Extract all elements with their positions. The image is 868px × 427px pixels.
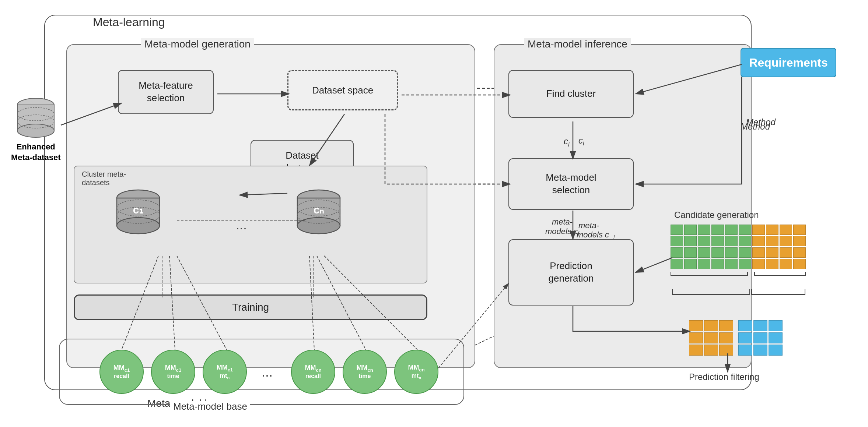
c1-cylinder-icon: c₁	[114, 188, 162, 239]
cn-cylinder-icon: cₙ	[295, 188, 343, 239]
meta-model-base-bottom-label: Meta-model base	[170, 401, 250, 412]
svg-point-49	[297, 218, 340, 234]
enhanced-meta-dataset: EnhancedMeta-dataset	[11, 96, 60, 163]
method-label: Method	[741, 121, 770, 132]
database-icon	[15, 96, 56, 140]
training-box: Training	[74, 294, 427, 320]
meta-models-ci-label: meta-models ci	[545, 217, 579, 238]
svg-point-43	[117, 218, 160, 234]
c1-cylinder: c₁	[114, 188, 162, 241]
meta-model-base-box: Meta-model base	[59, 339, 464, 405]
dataset-space-box: Dataset space	[287, 70, 398, 110]
cylinder-dots: ...	[236, 217, 247, 233]
cn-cylinder: cₙ	[295, 188, 343, 241]
meta-model-inference-label: Meta-model inference	[524, 38, 631, 50]
svg-text:c₁: c₁	[133, 204, 144, 216]
candidate-generation-label: Candidate generation	[674, 210, 759, 220]
prediction-filtering-label: Prediction filtering	[689, 372, 759, 382]
cluster-meta-datasets-label: Cluster meta-datasets	[82, 170, 126, 187]
meta-model-generation-label: Meta-model generation	[141, 38, 254, 50]
ci-label: ci	[564, 136, 570, 148]
meta-feature-selection-box: Meta-feature selection	[118, 70, 214, 114]
meta-learning-label: Meta-learning	[89, 15, 169, 29]
prediction-generation-box: Prediction generation	[508, 239, 634, 306]
meta-model-selection-box: Meta-model selection	[508, 158, 634, 210]
find-cluster-box: Find cluster	[508, 70, 634, 118]
candidate-generation-grid	[671, 225, 806, 276]
svg-text:cₙ: cₙ	[314, 204, 324, 216]
enhanced-meta-dataset-label: EnhancedMeta-dataset	[11, 142, 60, 163]
prediction-filtering-grid	[689, 320, 783, 356]
requirements-box: Requirements	[741, 48, 836, 77]
